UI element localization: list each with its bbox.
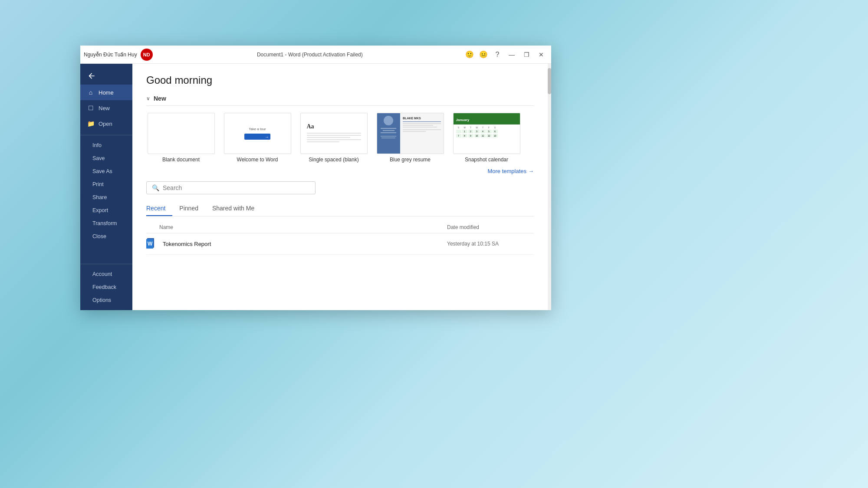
resume-main-line-1 (403, 123, 441, 124)
template-blank[interactable]: Blank document (146, 113, 216, 163)
calendar-thumb: January S M T W T F S (453, 113, 520, 154)
help-icon[interactable]: ? (491, 49, 503, 61)
search-icon: 🔍 (152, 184, 159, 191)
sidebar-item-info[interactable]: Info (80, 139, 132, 152)
cal-thu: T (480, 126, 486, 129)
resume-side-line-5 (381, 138, 395, 138)
vertical-scrollbar[interactable] (548, 64, 551, 310)
cal-cell-7: 6 (493, 130, 498, 133)
sidebar-item-open[interactable]: 📁 Open (80, 116, 132, 131)
templates-row: Blank document Take a tour → Welcome to … (146, 113, 534, 163)
cal-cell-2: 1 (462, 130, 467, 133)
single-line-3 (307, 137, 350, 138)
sidebar-item-home[interactable]: ⌂ Home (80, 85, 132, 100)
template-welcome[interactable]: Take a tour → Welcome to Word (223, 113, 292, 163)
word-doc-svg: W (146, 238, 157, 250)
tab-recent[interactable]: Recent (146, 201, 172, 216)
sidebar-item-close[interactable]: Close (80, 230, 132, 243)
sidebar: ⌂ Home ☐ New 📁 Open Info Save Save As Pr… (80, 64, 132, 310)
cal-cell-4: 3 (474, 130, 480, 133)
sidebar-item-print[interactable]: Print (80, 178, 132, 191)
calendar-header: January (454, 113, 520, 124)
file-word-icon: W (146, 238, 158, 250)
minimize-button[interactable]: — (505, 48, 518, 61)
calendar-inner: January S M T W T F S (454, 113, 520, 154)
sidebar-item-share[interactable]: Share (80, 191, 132, 204)
home-icon: ⌂ (87, 89, 94, 96)
single-thumb: Aa (300, 113, 368, 154)
search-container: 🔍 (146, 181, 534, 194)
welcome-arrow-icon: → (265, 134, 269, 139)
back-arrow-icon (87, 72, 96, 80)
title-bar-title: Document1 - Word (Product Activation Fai… (156, 52, 464, 58)
user-avatar[interactable]: ND (141, 49, 153, 61)
cal-cell-6: 5 (487, 130, 492, 133)
sidebar-home-label: Home (99, 89, 114, 96)
resume-name-placeholder: BLAKE MKS (403, 117, 441, 120)
welcome-bar: → (244, 134, 270, 140)
sidebar-item-account[interactable]: Account (80, 268, 132, 281)
single-aa-text: Aa (307, 123, 361, 130)
cal-sun: S (456, 126, 461, 129)
resume-divider (403, 121, 441, 122)
user-area: Nguyễn Đức Tuấn Huy ND (84, 49, 156, 61)
open-icon: 📁 (87, 120, 94, 127)
sidebar-item-save[interactable]: Save (80, 152, 132, 165)
more-templates-link[interactable]: More templates → (487, 168, 534, 174)
cal-cell-13: 12 (487, 134, 492, 138)
cal-tue: T (468, 126, 473, 129)
sidebar-item-options[interactable]: Options (80, 294, 132, 307)
single-line-5 (307, 141, 339, 142)
tab-shared[interactable]: Shared with Me (212, 201, 261, 216)
emoji-icon[interactable]: 🙂 (464, 49, 476, 61)
template-resume[interactable]: BLAKE MKS Blue grey resume (375, 113, 445, 163)
file-list-item[interactable]: W Tokenomics Report Yesterday at 10:15 S… (146, 233, 534, 255)
resume-side-line-4 (381, 136, 396, 137)
resume-thumb: BLAKE MKS (377, 113, 444, 154)
more-templates-arrow: → (528, 168, 534, 174)
new-icon: ☐ (87, 105, 94, 111)
sidebar-item-feedback[interactable]: Feedback (80, 281, 132, 294)
sidebar-item-export[interactable]: Export (80, 204, 132, 217)
face-icon[interactable]: 😐 (477, 49, 490, 61)
more-templates-label: More templates (487, 168, 526, 174)
tabs-row: Recent Pinned Shared with Me (146, 201, 534, 216)
cal-fri: F (487, 126, 492, 129)
cal-row-1: 1 2 3 4 5 6 (456, 130, 517, 133)
sidebar-divider-2 (80, 264, 132, 264)
maximize-button[interactable]: ❐ (520, 48, 533, 61)
cal-mon: M (462, 126, 467, 129)
resume-sidebar (377, 113, 401, 154)
blank-thumb (148, 113, 215, 154)
cal-cell-9: 8 (462, 134, 467, 138)
sidebar-item-save-as[interactable]: Save As (80, 165, 132, 178)
calendar-label: Snapshot calendar (465, 157, 508, 163)
template-single-spaced[interactable]: Aa Single spaced (blank) (299, 113, 368, 163)
file-name: Tokenomics Report (163, 241, 447, 247)
new-section-toggle[interactable]: ∨ (146, 95, 150, 102)
scrollbar-thumb[interactable] (548, 68, 551, 94)
tab-pinned[interactable]: Pinned (179, 201, 205, 216)
cal-row-header: S M T W T F S (456, 126, 517, 129)
single-line-4 (307, 139, 361, 140)
resume-main-line-2 (403, 125, 433, 126)
sidebar-item-transform[interactable]: Transform (80, 217, 132, 230)
resume-side-line-3 (381, 132, 396, 133)
single-line-1 (307, 133, 361, 134)
template-calendar[interactable]: January S M T W T F S (452, 113, 521, 163)
cal-cell-3: 2 (468, 130, 473, 133)
window-body: ⌂ Home ☐ New 📁 Open Info Save Save As Pr… (80, 64, 551, 310)
sidebar-item-new[interactable]: ☐ New (80, 100, 132, 116)
search-input[interactable] (163, 184, 310, 191)
cal-wed: W (474, 126, 480, 129)
resume-main-line-5 (403, 131, 425, 132)
file-name-header: Name (159, 224, 173, 230)
title-bar: Nguyễn Đức Tuấn Huy ND Document1 - Word … (80, 46, 551, 64)
greeting-heading: Good morning (146, 74, 534, 86)
welcome-thumb: Take a tour → (224, 113, 291, 154)
more-templates-row: More templates → (146, 168, 534, 174)
resume-inner: BLAKE MKS (377, 113, 444, 154)
cal-cell-10: 9 (468, 134, 473, 138)
close-button[interactable]: ✕ (535, 48, 548, 61)
sidebar-back-button[interactable] (80, 67, 132, 85)
